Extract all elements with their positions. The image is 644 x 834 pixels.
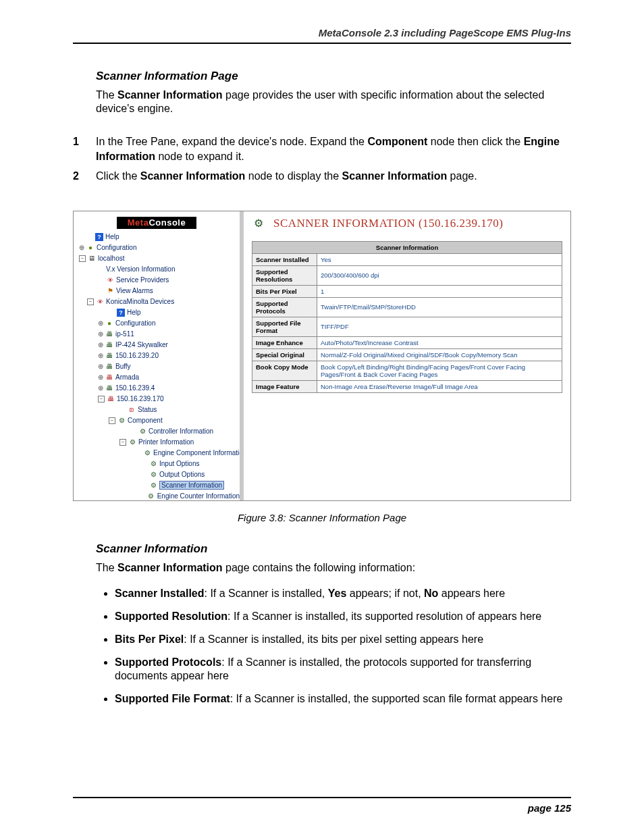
- expand-icon[interactable]: ⊕: [98, 321, 103, 326]
- tree-node-label: Engine Component Information: [153, 449, 240, 457]
- status-icon: ⦻: [128, 406, 136, 414]
- tree-node[interactable]: ⦻Status: [74, 405, 240, 415]
- tree-node-label: View Alarms: [116, 287, 153, 294]
- tree-node[interactable]: −🖥localhost: [74, 253, 240, 264]
- comp-icon: ⚙: [147, 492, 155, 500]
- tree-node[interactable]: ⊕🖶Buffy: [74, 361, 240, 372]
- row-key: Supported Resolutions: [252, 265, 317, 285]
- metaconsole-logo: MetaConsole: [117, 217, 196, 229]
- row-key: Image Enhance: [252, 336, 317, 348]
- row-value: 200/300/400/600 dpi: [317, 265, 562, 285]
- collapse-icon[interactable]: −: [109, 417, 115, 424]
- text: : If a Scanner is installed,: [205, 588, 328, 599]
- row-value: Book Copy/Left Binding/Right Binding/Fac…: [317, 361, 562, 380]
- list-item: Supported File Format: If a Scanner is i…: [115, 692, 571, 706]
- section-title-2: Scanner Information: [96, 542, 571, 556]
- collapse-icon[interactable]: −: [87, 298, 94, 305]
- expand-icon[interactable]: ⊕: [79, 245, 84, 251]
- tree-pane: MetaConsole ?Help⊕●Configuration−🖥localh…: [73, 211, 240, 501]
- eye-icon: 👁: [106, 276, 114, 284]
- list-item: Bits Per Pixel: If a Scanner is installe…: [115, 633, 571, 646]
- tree-node[interactable]: −👁KonicaMinolta Devices: [74, 296, 240, 307]
- footer-rule: [73, 797, 571, 798]
- table-row: Book Copy ModeBook Copy/Left Binding/Rig…: [252, 361, 562, 380]
- row-key: Supported File Format: [252, 317, 317, 336]
- collapse-icon[interactable]: −: [119, 439, 126, 446]
- tree-node[interactable]: ⊕●Configuration: [74, 242, 240, 253]
- text: page.: [447, 170, 477, 182]
- table-row: Special OriginalNormal/Z-Fold Original/M…: [252, 348, 562, 361]
- tree-node[interactable]: ⊕🖶IP-424 Skywalker: [74, 340, 240, 350]
- row-value: TIFF/PDF: [317, 317, 562, 336]
- row-key: Scanner Installed: [252, 253, 317, 265]
- bullet-list: Scanner Installed: If a Scanner is insta…: [96, 587, 571, 706]
- row-key: Image Feature: [252, 380, 317, 392]
- tree-node[interactable]: ⊕🖶ip-511: [74, 329, 240, 340]
- tree-node-label: 150.16.239.20: [115, 352, 159, 359]
- tree-node[interactable]: ⚙Controller Information: [74, 426, 240, 437]
- tree-node[interactable]: ⊕🖶150.16.239.20: [74, 350, 240, 361]
- dev-icon: 🖶: [105, 384, 113, 392]
- red-icon: 🖶: [107, 395, 115, 403]
- figure-container: MetaConsole ?Help⊕●Configuration−🖥localh…: [73, 211, 571, 523]
- cfg-icon: ●: [86, 244, 95, 252]
- comp-icon: ⚙: [117, 417, 126, 425]
- tree-node[interactable]: ⊕●Configuration: [74, 318, 240, 329]
- tree-node[interactable]: ⚙Engine Counter Information: [74, 491, 240, 501]
- text: appears here: [438, 588, 505, 599]
- text-bold: Component: [367, 136, 427, 147]
- scanner-info-table: Scanner Information Scanner InstalledYes…: [252, 241, 562, 393]
- text: : If a Scanner is installed, the support…: [230, 693, 563, 704]
- expand-icon[interactable]: ⊕: [98, 375, 103, 380]
- expand-icon[interactable]: ⊕: [98, 364, 103, 369]
- tree-node[interactable]: ?Help: [74, 232, 240, 242]
- table-row: Bits Per Pixel1: [252, 285, 562, 297]
- red-icon: 🖶: [105, 373, 113, 382]
- collapse-icon[interactable]: −: [98, 396, 105, 402]
- figure-caption: Figure 3.8: Scanner Information Page: [73, 512, 571, 523]
- text: page contains the following information:: [223, 562, 416, 573]
- tree-node[interactable]: ?Help: [74, 307, 240, 318]
- text-bold: Scanner Information: [140, 170, 246, 182]
- text-bold: Scanner Information: [342, 170, 448, 182]
- tree-node[interactable]: ⊕🖶Armada: [74, 372, 240, 383]
- tree-node[interactable]: 👁Service Providers: [74, 275, 240, 286]
- tree-node[interactable]: −⚙Printer Information: [74, 437, 240, 448]
- tree-node-label: Configuration: [97, 244, 136, 251]
- expand-icon[interactable]: ⊕: [98, 342, 103, 348]
- tree-node[interactable]: ⚙Scanner Information: [74, 480, 240, 491]
- tree-node[interactable]: ⚙Input Options: [74, 459, 240, 469]
- expand-icon[interactable]: ⊕: [98, 332, 103, 337]
- tree-node[interactable]: V.x Version Information: [74, 264, 240, 275]
- text: The: [96, 562, 117, 573]
- tree-node[interactable]: −🖶150.16.239.170: [74, 394, 240, 405]
- row-value: Normal/Z-Fold Original/Mixed Original/SD…: [317, 348, 562, 361]
- row-value: Non-Image Area Erase/Reverse Image/Full …: [317, 380, 562, 392]
- comp-icon: ⚙: [138, 427, 146, 436]
- tree-node-label: Controller Information: [149, 427, 213, 435]
- row-value: 1: [317, 285, 562, 297]
- tree-node-label: V.x Version Information: [106, 265, 175, 273]
- text-bold: Yes: [328, 588, 347, 599]
- tree-node[interactable]: ⚙Engine Component Information: [74, 448, 240, 459]
- tree-node[interactable]: −⚙Component: [74, 415, 240, 426]
- comp-icon: ⚙: [149, 481, 157, 490]
- step-number: 2: [73, 169, 96, 184]
- tree-node[interactable]: ⚑View Alarms: [74, 286, 240, 296]
- tree-node-label: Input Options: [159, 460, 199, 467]
- expand-icon[interactable]: ⊕: [98, 386, 103, 391]
- tree-node-label: Configuration: [115, 319, 155, 327]
- expand-icon[interactable]: ⊕: [98, 353, 103, 359]
- tree-node-label: IP-424 Skywalker: [115, 341, 168, 348]
- tree-node[interactable]: ⊕🖶150.16.239.4: [74, 383, 240, 394]
- table-row: Image EnhanceAuto/Photo/Text/Increase Co…: [252, 336, 562, 348]
- comp-icon: ⚙: [128, 438, 136, 446]
- text-bold: Supported Resolution: [115, 610, 227, 622]
- tree-node[interactable]: ⚙Output Options: [74, 469, 240, 480]
- dev-icon: 🖶: [105, 341, 113, 349]
- help-icon: ?: [95, 233, 103, 241]
- tree-node-label: Buffy: [115, 363, 131, 370]
- text-bold: Supported File Format: [115, 693, 230, 704]
- eye-icon: 👁: [96, 298, 104, 306]
- collapse-icon[interactable]: −: [79, 255, 86, 262]
